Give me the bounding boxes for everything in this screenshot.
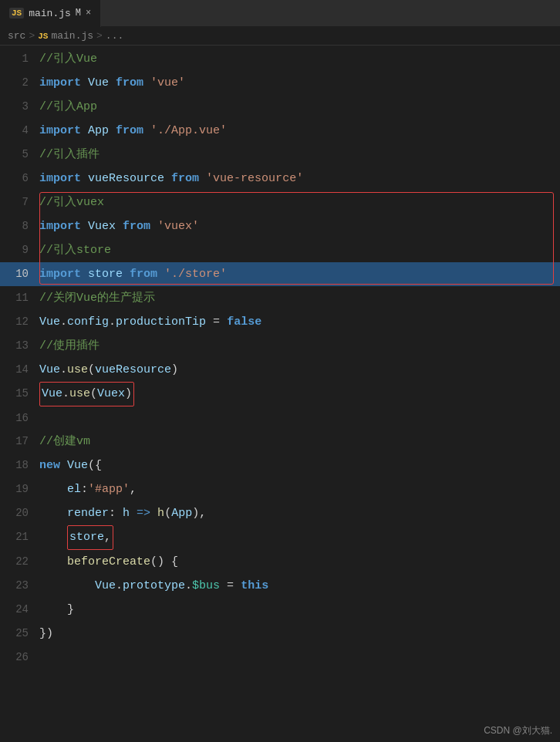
line-num-19: 19 <box>2 477 39 501</box>
line-num-25: 25 <box>2 622 39 645</box>
code-line-24: 24 } <box>0 598 560 622</box>
line-content-21: store, <box>39 525 560 550</box>
line-content-19: el:'#app', <box>39 478 560 501</box>
code-line-5: 5 //引入插件 <box>0 143 560 167</box>
line-num-18: 18 <box>2 454 39 477</box>
line-content-18: new Vue({ <box>39 454 560 477</box>
code-line-14: 14 Vue.use(vueResource) <box>0 358 560 382</box>
code-line-13: 13 //使用插件 <box>0 334 560 358</box>
line-num-16: 16 <box>2 406 39 430</box>
code-line-26: 26 <box>0 646 560 669</box>
code-line-6: 6 import vueResource from 'vue-resource' <box>0 167 560 191</box>
code-line-21: 21 store, <box>0 525 560 550</box>
line-content-7: //引入vuex <box>39 191 560 214</box>
line-num-17: 17 <box>2 430 39 453</box>
code-line-19: 19 el:'#app', <box>0 477 560 501</box>
line-num-3: 3 <box>2 95 39 118</box>
line-content-6: import vueResource from 'vue-resource' <box>39 167 560 191</box>
code-line-20: 20 render: h => h(App), <box>0 501 560 525</box>
line-num-13: 13 <box>2 334 39 357</box>
line-content-24: } <box>39 599 560 622</box>
breadcrumb-file: main.js <box>51 30 93 42</box>
line-content-12: Vue.config.productionTip = false <box>39 311 560 334</box>
line-content-9: //引入store <box>39 239 560 262</box>
code-line-2: 2 import Vue from 'vue' <box>0 71 560 95</box>
footer: CSDN @刘大猫. <box>476 720 560 742</box>
code-line-3: 3 //引入App <box>0 95 560 119</box>
code-area: 1 //引入Vue 2 import Vue from 'vue' 3 //引入… <box>0 46 560 669</box>
code-line-18: 18 new Vue({ <box>0 454 560 477</box>
line-num-7: 7 <box>2 191 39 214</box>
line-content-8: import Vuex from 'vuex' <box>39 215 560 238</box>
code-line-9: 9 //引入store <box>0 238 560 262</box>
line-num-24: 24 <box>2 598 39 621</box>
line-content-25: }) <box>39 622 560 646</box>
tab-modified: M <box>76 8 81 19</box>
line-num-1: 1 <box>2 47 39 70</box>
code-line-12: 12 Vue.config.productionTip = false <box>0 310 560 334</box>
breadcrumb: src > JS main.js > ... <box>0 27 560 46</box>
breadcrumb-src: src <box>8 30 25 42</box>
line-num-26: 26 <box>2 646 39 669</box>
line-content-22: beforeCreate() { <box>39 551 560 574</box>
line-num-14: 14 <box>2 358 39 381</box>
tab-filename: main.js <box>29 8 71 19</box>
line-num-5: 5 <box>2 143 39 166</box>
code-line-23: 23 Vue.prototype.$bus = this <box>0 574 560 598</box>
line-num-23: 23 <box>2 574 39 597</box>
code-line-10: 10 import store from './store' <box>0 262 560 286</box>
line-content-11: //关闭Vue的生产提示 <box>39 287 560 310</box>
code-line-7: 7 //引入vuex <box>0 191 560 214</box>
line-num-21: 21 <box>2 525 39 548</box>
line-content-5: //引入插件 <box>39 143 560 167</box>
breadcrumb-sep1: > <box>29 30 35 42</box>
code-line-22: 22 beforeCreate() { <box>0 550 560 574</box>
code-line-15: 15 Vue.use(Vuex) <box>0 382 560 406</box>
footer-text: CSDN @刘大猫. <box>484 725 552 736</box>
line-content-3: //引入App <box>39 96 560 119</box>
line-content-23: Vue.prototype.$bus = this <box>39 575 560 598</box>
line-num-20: 20 <box>2 501 39 524</box>
line-content-14: Vue.use(vueResource) <box>39 359 560 382</box>
tab-main-js[interactable]: JS main.js M × <box>0 0 101 27</box>
line-num-12: 12 <box>2 310 39 333</box>
tab-bar: JS main.js M × <box>0 0 560 27</box>
line-content-1: //引入Vue <box>39 48 560 71</box>
line-content-4: import App from './App.vue' <box>39 120 560 143</box>
line-num-15: 15 <box>2 382 39 405</box>
line-num-8: 8 <box>2 214 39 238</box>
red-box-block: 7 //引入vuex 8 import Vuex from 'vuex' 9 /… <box>0 191 560 286</box>
code-line-4: 4 import App from './App.vue' <box>0 119 560 143</box>
line-num-2: 2 <box>2 71 39 94</box>
line-num-11: 11 <box>2 286 39 309</box>
line-num-6: 6 <box>2 167 39 190</box>
close-icon[interactable]: × <box>86 8 91 19</box>
line-content-15: Vue.use(Vuex) <box>39 382 560 406</box>
red-box-line15: Vue.use(Vuex) <box>39 382 134 406</box>
line-num-9: 9 <box>2 238 39 261</box>
line-content-2: import Vue from 'vue' <box>39 72 560 95</box>
line-content-17: //创建vm <box>39 430 560 454</box>
line-num-22: 22 <box>2 550 39 573</box>
js-file-icon: JS <box>9 8 24 19</box>
code-line-25: 25 }) <box>0 622 560 646</box>
code-line-17: 17 //创建vm <box>0 430 560 454</box>
line-content-20: render: h => h(App), <box>39 502 560 525</box>
code-line-8: 8 import Vuex from 'vuex' <box>0 214 560 238</box>
line-content-10: import store from './store' <box>39 263 560 286</box>
breadcrumb-sep2: > <box>96 30 103 42</box>
code-line-11: 11 //关闭Vue的生产提示 <box>0 286 560 310</box>
line-num-10: 10 <box>2 262 39 285</box>
line-content-13: //使用插件 <box>39 335 560 358</box>
editor-window: JS main.js M × src > JS main.js > ... 1 … <box>0 0 560 742</box>
red-box-line21: store, <box>67 525 113 550</box>
breadcrumb-js-icon: JS <box>38 32 48 41</box>
line-num-4: 4 <box>2 119 39 142</box>
breadcrumb-ellipsis: ... <box>106 30 123 42</box>
code-line-16: 16 <box>0 406 560 430</box>
code-line-1: 1 //引入Vue <box>0 47 560 71</box>
